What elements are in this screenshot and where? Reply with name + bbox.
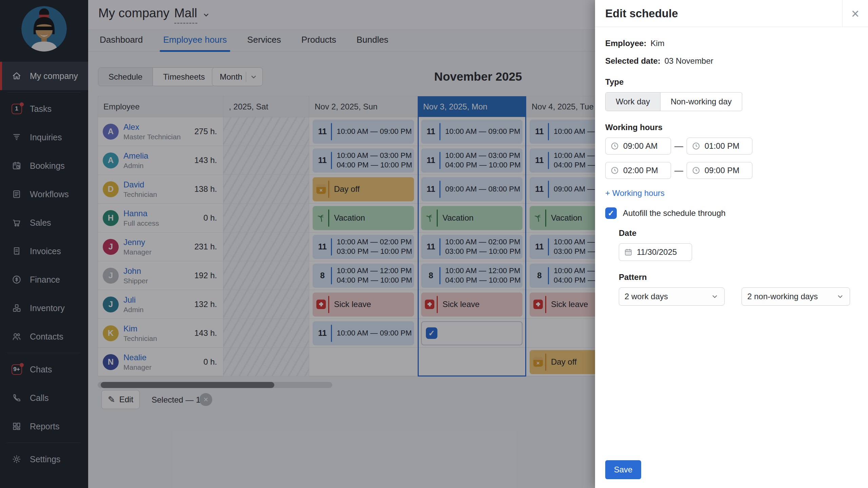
close-panel-button[interactable]: × (842, 0, 868, 27)
work-days-select[interactable]: 2 work days (619, 287, 725, 306)
working-hours-rows: 09:00 AM—01:00 PM02:00 PM—09:00 PM (605, 138, 858, 179)
autofill-label: Autofill the schedule through (623, 208, 726, 218)
clock-icon (692, 166, 701, 175)
day-type-toggle: Work dayNon-working day (605, 92, 742, 111)
date-input-value: 11/30/2025 (637, 247, 677, 257)
work-days-select-value: 2 work days (625, 292, 668, 301)
end-time-value: 01:00 PM (705, 141, 739, 151)
time-range-dash: — (671, 141, 687, 151)
start-time-value: 02:00 PM (623, 166, 658, 175)
autofill-options: Date 11/30/2025 Pattern 2 work days (619, 228, 858, 306)
panel-body: Employee:Kim Selected date:03 November T… (595, 27, 868, 306)
selected-date-field: Selected date:03 November (605, 56, 858, 66)
autofill-checkbox[interactable]: ✓ (605, 207, 617, 219)
checkmark-icon: ✓ (608, 209, 614, 218)
selected-date-label: Selected date: (605, 56, 660, 65)
non-working-days-select[interactable]: 2 non-working days (742, 287, 850, 306)
type-option-work-day[interactable]: Work day (606, 93, 660, 111)
add-working-hours-link[interactable]: + Working hours (605, 188, 665, 198)
pattern-row: 2 work days 2 non-working days (619, 287, 858, 306)
employee-value: Kim (650, 39, 664, 48)
working-hours-row: 09:00 AM—01:00 PM (605, 138, 858, 155)
panel-title: Edit schedule (605, 7, 678, 20)
type-label: Type (605, 77, 858, 87)
edit-schedule-panel: Edit schedule × Employee:Kim Selected da… (595, 0, 868, 488)
start-time-input[interactable]: 02:00 PM (605, 162, 671, 179)
app-root: My company1TasksInquiriesBookingsWorkflo… (0, 0, 868, 488)
panel-header: Edit schedule × (595, 0, 868, 27)
save-button[interactable]: Save (605, 460, 641, 479)
pattern-label: Pattern (619, 272, 858, 282)
employee-label: Employee: (605, 39, 646, 48)
employee-field: Employee:Kim (605, 39, 858, 48)
clock-icon (692, 142, 701, 150)
chevron-down-icon (836, 292, 844, 301)
clock-icon (610, 142, 619, 150)
end-time-input[interactable]: 09:00 PM (687, 162, 752, 179)
non-working-days-select-value: 2 non-working days (747, 292, 818, 301)
date-label: Date (619, 228, 858, 238)
end-time-input[interactable]: 01:00 PM (687, 138, 752, 155)
end-time-value: 09:00 PM (705, 166, 739, 175)
working-hours-row: 02:00 PM—09:00 PM (605, 162, 858, 179)
autofill-row: ✓ Autofill the schedule through (605, 207, 858, 219)
working-hours-label: Working hours (605, 123, 858, 132)
selected-date-value: 03 November (665, 56, 713, 65)
calendar-icon (624, 248, 633, 257)
close-icon: × (851, 6, 859, 21)
date-input[interactable]: 11/30/2025 (619, 243, 692, 261)
start-time-value: 09:00 AM (623, 141, 657, 151)
type-option-non-working-day[interactable]: Non-working day (660, 93, 742, 111)
time-range-dash: — (671, 165, 687, 176)
clock-icon (610, 166, 619, 175)
chevron-down-icon (711, 292, 719, 301)
start-time-input[interactable]: 09:00 AM (605, 138, 671, 155)
